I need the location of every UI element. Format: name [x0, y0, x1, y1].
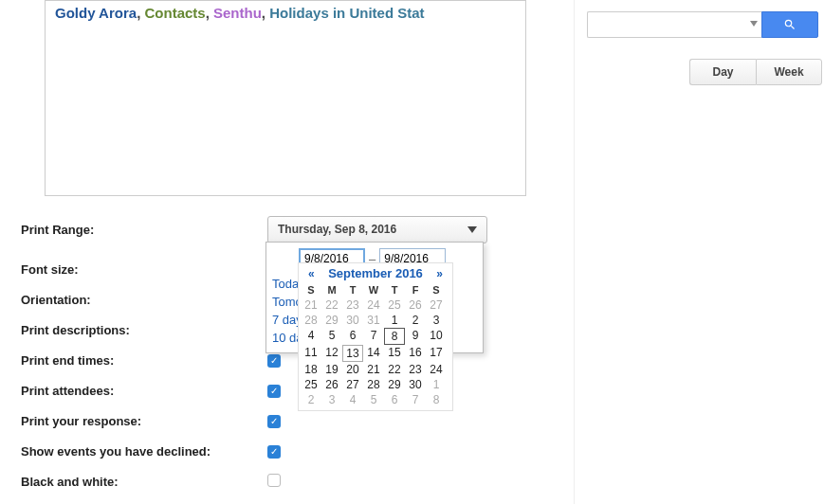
calendar-name: Senthu: [213, 5, 262, 21]
calendar-day[interactable]: 28: [301, 313, 321, 328]
black-white-checkbox[interactable]: [267, 474, 281, 487]
calendar-day[interactable]: 15: [384, 345, 405, 362]
search-input[interactable]: [587, 11, 761, 38]
calendar-day[interactable]: 2: [405, 313, 426, 328]
calendar-day[interactable]: 29: [321, 313, 342, 328]
calendar-day[interactable]: 12: [321, 345, 342, 362]
calendar-day[interactable]: 26: [405, 297, 426, 313]
calendar-day[interactable]: 9: [405, 328, 426, 345]
calendar-day[interactable]: 19: [321, 362, 342, 377]
calendar-name: Holidays in United Stat: [269, 5, 424, 21]
calendar-dow: S: [301, 282, 321, 297]
calendar-dow: T: [384, 282, 405, 297]
show-declined-label: Show events you have declined:: [21, 444, 267, 459]
calendar-day[interactable]: 18: [301, 362, 321, 377]
print-response-checkbox[interactable]: ✓: [267, 415, 281, 428]
calendar-day[interactable]: 4: [301, 328, 321, 345]
calendar-day[interactable]: 24: [363, 297, 384, 313]
calendar-day[interactable]: 22: [384, 362, 405, 377]
calendar-day[interactable]: 1: [384, 313, 405, 328]
print-end-times-label: Print end times:: [21, 353, 267, 368]
calendar-day[interactable]: 24: [426, 362, 447, 377]
next-month-button[interactable]: »: [432, 267, 447, 280]
calendar-day[interactable]: 17: [426, 345, 447, 362]
calendar-day[interactable]: 26: [321, 377, 342, 392]
print-range-label: Print Range:: [21, 223, 267, 237]
calendar-name: Contacts: [144, 5, 205, 21]
calendar-day[interactable]: 25: [384, 297, 405, 313]
black-white-label: Black and white:: [21, 475, 267, 489]
calendar-day[interactable]: 5: [321, 328, 342, 345]
calendar-day[interactable]: 29: [384, 377, 405, 392]
calendar-dow: W: [363, 282, 384, 297]
calendar-dow: S: [426, 282, 447, 297]
print-attendees-checkbox[interactable]: ✓: [267, 385, 281, 398]
calendar-day[interactable]: 6: [384, 392, 405, 407]
calendar-day[interactable]: 2: [301, 392, 321, 407]
calendar-day[interactable]: 13: [342, 345, 363, 362]
print-response-label: Print your response:: [21, 414, 267, 428]
calendar-day[interactable]: 21: [301, 297, 321, 313]
calendar-day[interactable]: 21: [363, 362, 384, 377]
calendar-day[interactable]: 3: [426, 313, 447, 328]
chevron-down-icon[interactable]: [750, 21, 758, 27]
calendar-day[interactable]: 25: [301, 377, 321, 392]
calendar-day[interactable]: 28: [363, 377, 384, 392]
calendar-day[interactable]: 11: [301, 345, 321, 362]
calendar-day[interactable]: 30: [405, 377, 426, 392]
calendar-day[interactable]: 1: [426, 377, 447, 392]
day-view-button[interactable]: Day: [689, 59, 756, 85]
calendar-day[interactable]: 20: [342, 362, 363, 377]
calendar-day[interactable]: 3: [321, 392, 342, 407]
calendar-day[interactable]: 23: [342, 297, 363, 313]
print-range-value: Thursday, Sep 8, 2016: [278, 223, 396, 236]
calendar-day[interactable]: 7: [405, 392, 426, 407]
print-descriptions-label: Print descriptions:: [21, 323, 267, 337]
calendar-dow: M: [321, 282, 342, 297]
calendar-day[interactable]: 30: [342, 313, 363, 328]
calendar-day[interactable]: 22: [321, 297, 342, 313]
search-icon: [783, 18, 797, 31]
date-picker: « September 2016 » SMTWTFS21222324252627…: [298, 262, 453, 411]
calendar-day[interactable]: 10: [426, 328, 447, 345]
calendar-day[interactable]: 16: [405, 345, 426, 362]
calendar-name: Goldy Arora: [55, 5, 137, 21]
print-attendees-label: Print attendees:: [21, 384, 267, 398]
chevron-down-icon: [467, 226, 477, 233]
calendar-dow: T: [342, 282, 363, 297]
calendar-day[interactable]: 14: [363, 345, 384, 362]
week-view-button[interactable]: Week: [756, 59, 822, 85]
calendar-day[interactable]: 8: [384, 328, 405, 345]
calendar-day[interactable]: 5: [363, 392, 384, 407]
prev-month-button[interactable]: «: [304, 267, 319, 280]
calendar-day[interactable]: 7: [363, 328, 384, 345]
print-range-dropdown[interactable]: Thursday, Sep 8, 2016: [267, 216, 487, 243]
calendar-month-label: September 2016: [328, 266, 423, 280]
font-size-label: Font size:: [21, 262, 267, 277]
search-button[interactable]: [761, 11, 818, 38]
calendar-day[interactable]: 27: [342, 377, 363, 392]
calendar-day[interactable]: 23: [405, 362, 426, 377]
calendar-day[interactable]: 8: [426, 392, 447, 407]
calendar-list: Goldy Arora, Contacts, Senthu, Holidays …: [55, 5, 516, 21]
print-end-times-checkbox[interactable]: ✓: [267, 354, 281, 368]
calendar-day[interactable]: 6: [342, 328, 363, 345]
orientation-label: Orientation:: [21, 293, 267, 307]
calendar-day[interactable]: 4: [342, 392, 363, 407]
calendar-dow: F: [405, 282, 426, 297]
calendar-day[interactable]: 27: [426, 297, 447, 313]
calendar-day[interactable]: 31: [363, 313, 384, 328]
print-preview: Goldy Arora, Contacts, Senthu, Holidays …: [45, 0, 526, 196]
show-declined-checkbox[interactable]: ✓: [267, 445, 281, 459]
